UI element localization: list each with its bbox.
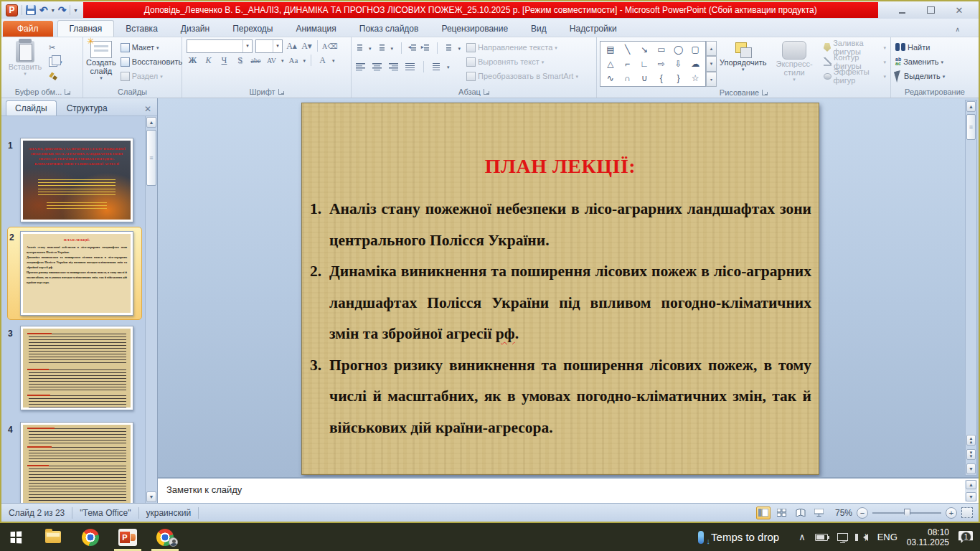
panel-tab-outline[interactable]: Структура [58,101,116,116]
minimize-button[interactable] [892,4,911,17]
tab-review[interactable]: Рецензирование [430,21,519,37]
format-painter-button[interactable] [47,70,64,83]
close-button[interactable]: ✕ [950,4,969,17]
tray-expand-icon[interactable]: ∧ [798,532,806,542]
slide-title[interactable]: ПЛАН ЛЕКЦІЇ: [302,155,819,178]
layout-button[interactable]: Макет▾ [119,41,184,54]
bold-button[interactable]: Ж [187,55,199,67]
shape-icon[interactable]: ▤ [606,43,614,56]
next-slide-button[interactable]: ▼▼ [966,449,976,460]
increase-indent-icon[interactable] [423,44,429,52]
panel-close-icon[interactable]: ✕ [141,104,154,116]
paste-button[interactable]: Вставить ▾ [6,39,44,85]
shapes-scroll-up-icon[interactable]: ▲ [706,41,717,56]
align-text-button[interactable]: Выровнять текст▾ [465,55,580,68]
numbering-icon[interactable] [378,44,385,52]
zoom-percent[interactable]: 75% [835,508,852,518]
font-name-combobox[interactable]: ▾ [187,39,253,53]
shape-icon[interactable]: ⇩ [674,57,682,70]
slideshow-view-button[interactable] [812,507,826,519]
copy-button[interactable]: ▾ [47,55,64,68]
scroll-down-icon[interactable]: ▼ [966,492,976,501]
slide-sorter-view-button[interactable] [775,507,789,519]
slide-body-placeholder[interactable]: 1.Аналіз стану пожежної небезпеки в лісо… [302,194,819,443]
underline-button[interactable]: Ч [218,55,230,67]
find-button[interactable]: Найти [894,41,976,54]
zoom-slider[interactable] [872,512,941,514]
shape-icon[interactable]: ∩ [624,72,631,85]
shape-effects-button[interactable]: Эффекты фигур▾ [822,70,887,83]
notes-scrollbar[interactable]: ▲ ▼ [965,480,977,501]
shape-icon[interactable]: ⌐ [625,57,630,70]
reset-button[interactable]: Восстановить [119,55,184,68]
scroll-down-icon[interactable]: ▼ [966,463,976,474]
slide-thumbnail-1[interactable]: АНАЛІЗ, ДИНАМІКА ТА ПРОГНОЗ СТАНУ ПОЖЕЖН… [20,138,133,222]
slide-thumbnail-4[interactable] [20,422,133,503]
panel-tab-slides[interactable]: Слайды [6,100,57,116]
bullets-icon[interactable] [356,44,362,52]
shape-icon[interactable]: ▢ [691,43,699,56]
character-spacing-button[interactable]: AV [265,55,278,67]
align-left-icon[interactable] [356,63,365,71]
shape-icon[interactable]: ∟ [640,57,649,70]
shape-icon[interactable]: } [677,72,679,85]
shape-icon[interactable]: ∿ [607,72,614,85]
shape-icon[interactable]: ☆ [692,72,699,85]
tab-file[interactable]: Файл [3,21,53,37]
scroll-down-icon[interactable]: ▼ [146,491,156,502]
status-slide-number[interactable]: Слайд 2 из 23 [1,507,72,519]
tab-slideshow[interactable]: Показ слайдов [348,21,430,37]
start-button[interactable] [0,523,32,551]
dialog-launcher-icon[interactable] [762,90,768,95]
editor-scrollbar-thumb[interactable] [966,114,976,140]
zoom-out-button[interactable]: − [857,507,868,519]
chrome-button[interactable] [75,523,106,551]
previous-slide-button[interactable]: ▲▲ [966,435,976,446]
shape-icon[interactable]: △ [607,57,613,70]
italic-button[interactable]: К [202,55,215,67]
shapes-gallery-more-icon[interactable]: ▾ [706,72,717,87]
chrome-profile-button[interactable] [149,523,181,551]
clear-formatting-button[interactable]: A⌫ [322,40,337,52]
chevron-down-icon[interactable]: ▾ [273,40,282,52]
slide-thumbnail-2[interactable]: ПЛАН ЛЕКЦІЇ: Аналіз стану пожежної небез… [20,231,133,316]
dialog-launcher-icon[interactable] [278,89,284,95]
reading-view-button[interactable] [793,507,808,519]
shape-icon[interactable]: ▭ [657,43,665,56]
slide-canvas[interactable]: ПЛАН ЛЕКЦІЇ: 1.Аналіз стану пожежної неб… [301,103,819,475]
font-size-combobox[interactable]: ▾ [255,39,283,53]
replace-button[interactable]: abacЗаменить▾ [894,55,976,68]
tab-home[interactable]: Главная [57,20,115,37]
dialog-launcher-icon[interactable] [65,89,70,95]
change-case-button[interactable]: Aa [288,55,300,67]
dialog-launcher-icon[interactable] [484,89,489,95]
shape-fill-button[interactable]: Заливка фигуры▾ [822,41,887,54]
notification-center-icon[interactable]: 1 [958,531,973,543]
notes-placeholder[interactable]: Заметки к слайду [158,479,242,495]
minimize-ribbon-icon[interactable]: ∧ [955,26,960,33]
language-indicator[interactable]: ENG [877,532,897,542]
columns-icon[interactable] [433,63,440,71]
network-icon[interactable] [837,533,848,541]
select-button[interactable]: Выделить▾ [894,70,976,83]
redo-icon[interactable]: ↷ [58,5,67,15]
customize-qat-icon[interactable]: ▾ [74,7,77,14]
shape-icon[interactable]: ↘ [641,43,648,56]
scroll-up-icon[interactable]: ▲ [966,101,976,112]
line-spacing-icon[interactable] [445,44,451,52]
justify-icon[interactable] [405,63,415,71]
tab-animations[interactable]: Анимация [284,21,347,37]
panel-scrollbar[interactable]: ▲ ▼ [145,116,157,503]
tab-addins[interactable]: Надстройки [558,21,628,37]
shape-icon[interactable]: ☁ [691,57,699,70]
zoom-slider-thumb[interactable] [904,509,910,517]
save-icon[interactable] [26,5,36,15]
quick-styles-button[interactable]: Экспресс-стили ▾ [769,39,819,87]
tab-design[interactable]: Дизайн [169,21,221,37]
tab-transitions[interactable]: Переходы [221,21,284,37]
notes-pane[interactable]: Заметки к слайду ▲ ▼ [158,477,979,503]
battery-icon[interactable] [815,534,828,541]
shape-icon[interactable]: ∪ [641,72,648,85]
scroll-up-icon[interactable]: ▲ [966,480,976,489]
scroll-up-icon[interactable]: ▲ [146,117,156,128]
